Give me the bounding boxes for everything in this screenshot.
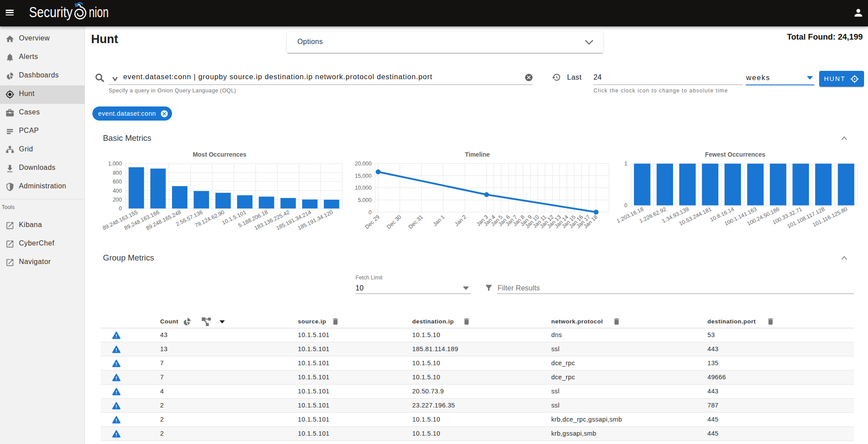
- svg-text:400: 400: [113, 188, 122, 194]
- svg-text:15,000: 15,000: [355, 173, 371, 179]
- svg-text:Dec 30: Dec 30: [385, 214, 403, 230]
- svg-text:Dec 29: Dec 29: [364, 214, 381, 230]
- svg-text:10,000: 10,000: [355, 185, 371, 191]
- svg-text:Timeline: Timeline: [465, 151, 490, 158]
- svg-text:200: 200: [113, 197, 122, 203]
- svg-text:0: 0: [624, 202, 627, 209]
- svg-text:600: 600: [113, 179, 122, 185]
- svg-text:0: 0: [119, 205, 122, 212]
- svg-text:1,000: 1,000: [108, 161, 122, 167]
- svg-text:20,000: 20,000: [355, 161, 371, 167]
- svg-text:5,000: 5,000: [358, 197, 371, 203]
- svg-text:1: 1: [624, 161, 627, 167]
- svg-text:0: 0: [369, 209, 372, 216]
- svg-text:Jan 2: Jan 2: [454, 214, 468, 228]
- svg-text:Jan 1: Jan 1: [432, 214, 446, 228]
- svg-text:800: 800: [113, 170, 122, 176]
- svg-text:Most Occurrences: Most Occurrences: [193, 151, 246, 158]
- svg-text:Fewest Occurrences: Fewest Occurrences: [705, 151, 765, 158]
- svg-text:89.248.163.155: 89.248.163.155: [102, 209, 139, 231]
- svg-text:Dec 31: Dec 31: [407, 214, 425, 230]
